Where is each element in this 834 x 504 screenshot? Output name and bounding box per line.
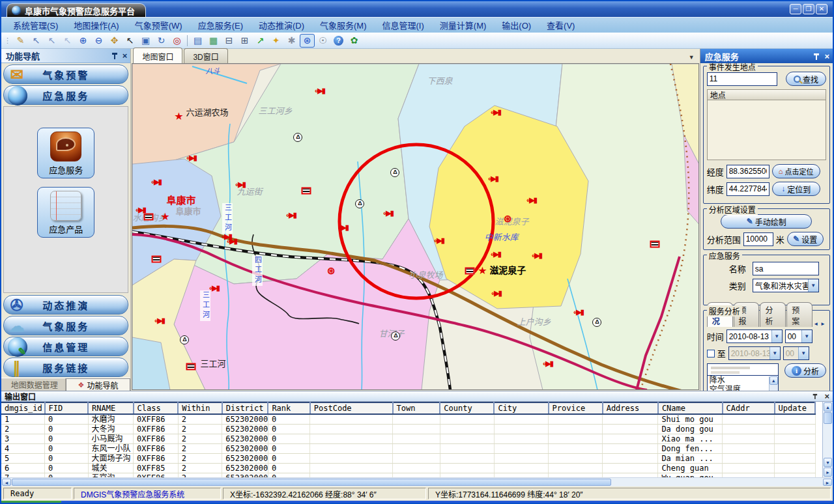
menu-measure-calc[interactable]: 测量计算(M) <box>432 17 495 33</box>
maximize-button[interactable]: ❐ <box>803 4 814 14</box>
select-rect-icon[interactable]: ↖ <box>29 34 44 48</box>
column-header-Within[interactable]: Within <box>178 402 222 414</box>
refresh-icon[interactable]: ↻ <box>154 34 169 48</box>
sidebar-item-气象预警[interactable]: ✉气象预警 <box>3 64 128 84</box>
layer-item[interactable]: 降水 <box>708 376 778 385</box>
latitude-input[interactable] <box>726 182 769 196</box>
zoom-in-icon[interactable]: ⊕ <box>76 34 91 48</box>
location-search-input[interactable] <box>707 72 777 86</box>
menu-weather-warning[interactable]: 气象预警(W) <box>127 17 190 33</box>
goto-location-button[interactable]: ↓ 定位到 <box>772 182 820 196</box>
column-header-County[interactable]: County <box>440 402 494 414</box>
pin-icon[interactable] <box>812 393 817 399</box>
analysis-tab-分析[interactable]: 分析 <box>760 302 786 327</box>
table-row[interactable]: 20大冬沟0XFF8626523020000Da dong gou <box>1 425 815 434</box>
place-list[interactable] <box>707 100 826 160</box>
snap-pointer-icon[interactable]: ↗ <box>253 34 268 48</box>
sidebar-item-信息管理[interactable]: ✎信息管理 <box>3 337 128 356</box>
menu-view[interactable]: 查看(V) <box>539 17 582 33</box>
measure-icon[interactable]: ✎ <box>13 34 28 48</box>
emergency-service-button[interactable]: 应急服务 <box>37 128 94 178</box>
sidebar-item-动态推演[interactable]: ✇动态推演 <box>3 295 128 315</box>
menu-weather-service[interactable]: 气象服务(M) <box>312 17 375 33</box>
select-clear-icon[interactable]: ↖ <box>60 34 75 48</box>
legend-tree-icon[interactable]: ✿ <box>347 34 362 48</box>
minimize-button[interactable]: ─ <box>790 4 801 14</box>
table-row[interactable]: 50大面场子沟0XFF8626523020000Da mian ... <box>1 454 815 464</box>
menu-dynamic-replay[interactable]: 动态推演(D) <box>251 17 312 33</box>
analysis-tab-预案[interactable]: 预案 <box>786 302 812 327</box>
column-header-Provice[interactable]: Provice <box>549 402 603 414</box>
listbox-scrollbar[interactable]: ▲ <box>769 376 778 391</box>
pin-icon[interactable] <box>111 52 117 59</box>
column-header-PostCode[interactable]: PostCode <box>310 402 393 414</box>
visibility-icon[interactable]: ☉ <box>315 34 330 48</box>
sidebar-item-应急服务[interactable]: 应急服务 <box>3 85 128 105</box>
column-header-City[interactable]: City <box>494 402 548 414</box>
menu-system[interactable]: 系统管理(S) <box>5 17 66 33</box>
map-tab-3D窗口[interactable]: 3D窗口 <box>184 48 227 63</box>
layer-preview-icon[interactable]: ▤ <box>190 34 205 48</box>
help-icon[interactable]: ? <box>331 34 346 48</box>
zoom-out-icon[interactable]: ⊖ <box>91 34 106 48</box>
map-canvas[interactable]: 六运湖农场三工河乡下西泉八斗阜康市阜康市九运街水磨沟乡滋泥泉子中新水库滋泥泉子小… <box>132 63 698 390</box>
table-row[interactable]: 30小马厩沟0XFF8626523020000Xiao ma ... <box>1 434 815 444</box>
set-range-button[interactable]: ✎ 设置 <box>787 232 824 246</box>
table-row[interactable]: 40东风一小队0XFF8626523020000Dong fen... <box>1 444 815 454</box>
panel-tab-地图数据管理[interactable]: 地图数据管理 <box>1 378 66 391</box>
settings-icon[interactable]: ✱ <box>284 34 299 48</box>
output-vscrollbar[interactable]: ▲ ▼ ► <box>822 402 833 477</box>
column-header-RNAME[interactable]: RNAME <box>88 402 134 414</box>
place-list-header[interactable]: 地点 <box>707 89 826 100</box>
chevron-down-icon[interactable]: ▼ <box>771 330 782 343</box>
service-name-input[interactable] <box>753 262 819 275</box>
analyze-button[interactable]: i 分析 <box>784 363 826 378</box>
menu-output[interactable]: 输出(O) <box>494 17 539 33</box>
table-row[interactable]: 10水磨沟0XFF8626523020000Shui mo gou <box>1 414 815 425</box>
print-preview-icon[interactable]: ⊞ <box>237 34 252 48</box>
tab-scroll-arrows[interactable]: ◄► <box>813 321 826 327</box>
placemark-icon[interactable]: ✦ <box>268 34 283 48</box>
column-header-District[interactable]: District <box>222 402 268 414</box>
close-icon[interactable]: × <box>824 51 829 61</box>
manual-draw-button[interactable]: ✎ 手动绘制 <box>721 214 812 229</box>
time-date-select[interactable]: 2010-08-13 ▼ <box>726 329 783 343</box>
emergency-product-button[interactable]: 应急产品 <box>37 187 94 238</box>
analysis-range-input[interactable] <box>743 232 773 246</box>
zoom-locate-icon[interactable]: ◎ <box>169 34 184 48</box>
click-locate-button[interactable]: ⌂ 点击定位 <box>772 164 820 178</box>
scrollbar-thumb[interactable] <box>12 479 611 486</box>
column-header-dmgis_id[interactable]: dmgis_id <box>1 402 45 414</box>
pointer-icon[interactable]: ↖ <box>122 34 137 48</box>
window-list-dropdown-icon[interactable]: ▼ <box>689 54 695 61</box>
column-header-Town[interactable]: Town <box>393 402 440 414</box>
close-icon[interactable]: × <box>122 51 128 61</box>
layer-listbox[interactable]: 降水空气温度 ▲ <box>707 363 779 391</box>
output-hscrollbar[interactable]: ◄ ► <box>1 477 833 486</box>
close-icon[interactable]: × <box>824 391 829 401</box>
scrollbar-thumb[interactable] <box>824 412 832 424</box>
sidebar-item-气象服务[interactable]: ☁气象服务 <box>3 316 128 335</box>
time-hour-select[interactable]: 00 ▼ <box>785 329 812 343</box>
column-header-FID[interactable]: FID <box>45 402 89 414</box>
column-header-CName[interactable]: CName <box>658 402 723 414</box>
menu-emergency-service[interactable]: 应急服务(E) <box>190 17 251 33</box>
menu-map-ops[interactable]: 地图操作(A) <box>66 17 126 33</box>
longitude-input[interactable] <box>726 165 769 178</box>
column-header-Address[interactable]: Address <box>603 402 658 414</box>
pin-icon[interactable] <box>813 53 819 60</box>
export-map-icon[interactable]: ▦ <box>206 34 221 48</box>
chevron-down-icon[interactable]: ▼ <box>801 330 812 343</box>
service-type-select[interactable]: 气象和洪水灾害 ▼ <box>753 279 819 292</box>
panel-tab-功能导航[interactable]: ❖功能导航 <box>66 378 131 391</box>
map-tab-地图窗口[interactable]: 地图窗口 <box>133 48 182 63</box>
column-header-Update[interactable]: Update <box>775 402 815 414</box>
print-icon[interactable]: ⊟ <box>222 34 237 48</box>
menu-info-mgmt[interactable]: 信息管理(I) <box>375 17 432 33</box>
table-row[interactable]: 60城关0XFF8526523020000Cheng guan <box>1 464 815 473</box>
pan-icon[interactable]: ✥ <box>107 34 122 48</box>
column-header-Rank[interactable]: Rank <box>268 402 309 414</box>
column-header-CAddr[interactable]: CAddr <box>723 402 775 414</box>
column-header-Class[interactable]: Class <box>134 402 179 414</box>
full-extent-icon[interactable]: ▣ <box>138 34 153 48</box>
